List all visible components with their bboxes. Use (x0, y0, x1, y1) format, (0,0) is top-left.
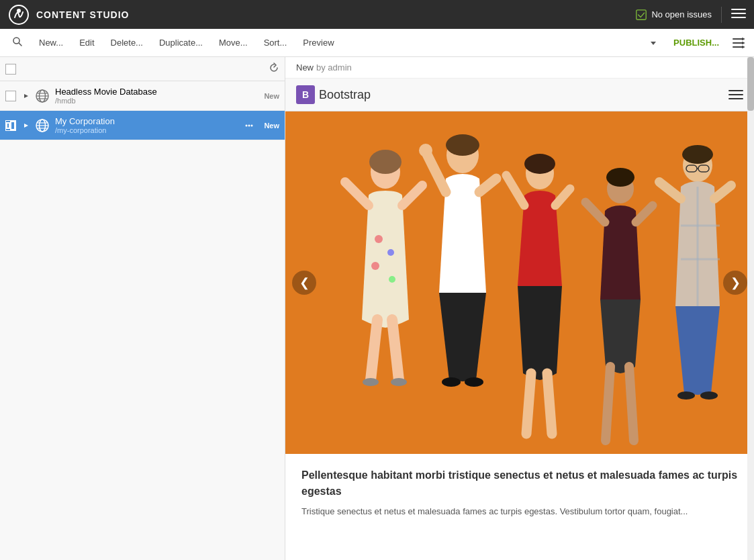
list-view-icon[interactable] (728, 33, 749, 53)
item-name-my-corporation: My Corporation (55, 116, 242, 126)
svg-rect-4 (731, 13, 746, 14)
bootstrap-logo: B Bootstrap (296, 85, 371, 104)
carousel-people-image (291, 118, 748, 454)
right-panel[interactable]: New by admin B Bootstrap (285, 57, 754, 560)
hamburger-menu-icon[interactable] (731, 6, 746, 23)
svg-point-28 (248, 124, 250, 126)
svg-marker-21 (24, 124, 28, 128)
svg-point-40 (363, 378, 379, 386)
svg-rect-13 (742, 42, 743, 44)
topbar-divider (721, 7, 722, 23)
item-checkbox-hmdb[interactable] (5, 91, 16, 101)
main-layout: Headless Movie Database /hmdb New My Cor… (0, 57, 754, 560)
svg-point-43 (446, 134, 479, 156)
scrollbar-track[interactable] (747, 57, 754, 560)
dropdown-arrow-icon[interactable] (643, 32, 664, 54)
svg-line-38 (371, 320, 377, 380)
svg-point-34 (371, 262, 379, 270)
content-heading: Pellentesque habitant morbi tristique se… (301, 467, 738, 500)
svg-rect-14 (742, 46, 743, 48)
item-path-my-corporation: /my-corporation (55, 126, 242, 134)
svg-line-45 (479, 179, 496, 192)
tree-item-hmdb[interactable]: Headless Movie Database /hmdb New (0, 81, 285, 111)
svg-point-33 (387, 249, 394, 256)
preview-button[interactable]: Preview (296, 35, 340, 50)
svg-point-6 (13, 38, 19, 44)
svg-line-36 (345, 182, 369, 205)
svg-line-59 (606, 367, 610, 440)
globe-icon-hmdb (35, 89, 50, 103)
svg-line-7 (19, 44, 22, 46)
delete-button[interactable]: Delete... (104, 35, 150, 50)
move-button[interactable]: Move... (212, 35, 254, 50)
left-panel-header (0, 57, 285, 81)
svg-line-52 (555, 189, 570, 205)
item-checkbox-my-corporation[interactable] (5, 120, 16, 131)
app-title: CONTENT STUDIO (36, 9, 635, 20)
refresh-icon[interactable] (269, 62, 279, 75)
select-all-checkbox[interactable] (5, 64, 16, 75)
item-info-my-corporation: My Corporation /my-corporation (55, 116, 242, 134)
bootstrap-bar: B Bootstrap (285, 79, 754, 111)
svg-line-57 (585, 202, 605, 222)
svg-point-65 (682, 145, 713, 164)
svg-marker-15 (24, 94, 28, 98)
carousel-prev-button[interactable]: ❮ (292, 271, 316, 295)
svg-point-41 (391, 378, 407, 386)
svg-line-60 (629, 367, 634, 440)
checkmark-icon (635, 9, 647, 21)
kebab-menu-icon[interactable] (242, 119, 256, 132)
edit-button[interactable]: Edit (73, 35, 101, 50)
svg-point-31 (369, 150, 402, 174)
svg-rect-5 (731, 17, 746, 18)
toolbar: New... Edit Delete... Duplicate... Move.… (0, 29, 754, 57)
left-panel: Headless Movie Database /hmdb New My Cor… (0, 57, 285, 560)
expand-arrow-hmdb[interactable] (20, 90, 32, 102)
svg-rect-12 (742, 38, 743, 40)
globe-icon-my-corporation (35, 118, 50, 133)
svg-line-54 (547, 373, 552, 434)
svg-line-44 (426, 152, 446, 192)
svg-line-58 (636, 205, 653, 222)
svg-point-72 (700, 391, 718, 400)
svg-point-50 (524, 154, 555, 174)
svg-point-35 (389, 276, 395, 283)
svg-point-47 (442, 377, 461, 387)
item-info-hmdb: Headless Movie Database /hmdb (55, 87, 258, 105)
svg-point-29 (251, 124, 253, 126)
duplicate-button[interactable]: Duplicate... (152, 35, 209, 50)
svg-point-56 (606, 168, 634, 187)
tree-item-my-corporation[interactable]: My Corporation /my-corporation New (0, 111, 285, 140)
bootstrap-b-icon: B (296, 85, 315, 104)
svg-point-46 (419, 144, 432, 157)
item-path-hmdb: /hmdb (55, 97, 258, 105)
new-button[interactable]: New... (32, 35, 70, 50)
svg-point-32 (375, 235, 383, 243)
svg-point-27 (246, 124, 248, 126)
svg-line-37 (402, 185, 422, 205)
item-name-hmdb: Headless Movie Database (55, 87, 258, 97)
search-button[interactable] (5, 34, 30, 52)
svg-point-48 (465, 377, 483, 387)
carousel-next-button[interactable]: ❯ (723, 271, 747, 295)
svg-point-71 (677, 391, 695, 400)
svg-line-51 (506, 175, 524, 205)
svg-marker-8 (651, 42, 656, 45)
expand-arrow-my-corporation[interactable] (20, 120, 32, 132)
sort-button[interactable]: Sort... (257, 35, 294, 50)
topbar: CONTENT STUDIO No open issues (0, 0, 754, 29)
svg-line-70 (714, 185, 731, 199)
no-issues-indicator: No open issues (635, 9, 712, 21)
item-badge-my-corporation: New (264, 122, 279, 130)
preview-by: by admin (316, 62, 352, 73)
carousel: ❮ ❯ (285, 111, 754, 454)
svg-rect-3 (731, 9, 746, 10)
content-subtext: Tristique senectus et netus et malesuada… (301, 505, 738, 519)
bootstrap-nav-toggle[interactable] (728, 90, 743, 99)
scrollbar-thumb[interactable] (747, 57, 754, 111)
svg-line-69 (659, 182, 681, 199)
preview-status: New (296, 62, 314, 73)
text-content: Pellentesque habitant morbi tristique se… (285, 454, 754, 532)
publish-button[interactable]: PUBLISH... (667, 35, 726, 50)
item-badge-hmdb: New (264, 92, 279, 100)
